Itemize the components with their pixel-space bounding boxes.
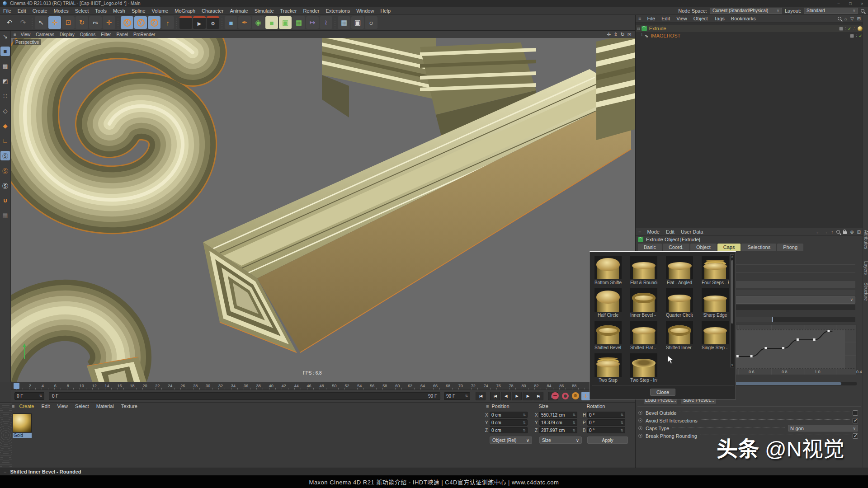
forward-icon[interactable]: → — [823, 230, 828, 235]
viewport-canvas[interactable] — [11, 31, 635, 382]
toolbar-separator[interactable] — [30, 17, 34, 28]
toolbar-separator[interactable] — [116, 17, 120, 28]
size-mode-dropdown[interactable]: Size∨ — [539, 436, 582, 444]
search-icon[interactable] — [861, 9, 864, 13]
toolbar-separator[interactable] — [333, 17, 337, 28]
camera-label[interactable]: Perspective — [13, 39, 41, 45]
close-button[interactable]: Close — [650, 389, 675, 396]
hamburger-icon[interactable]: ≡ — [483, 404, 491, 409]
spinner-arrows-icon[interactable]: ⇅ — [572, 421, 576, 425]
filter-icon[interactable]: ▽ — [850, 16, 854, 21]
spinner-arrows-icon[interactable]: ⇅ — [620, 421, 623, 425]
object-manager-menu-item[interactable]: Tags — [711, 16, 728, 21]
axis-x-lock[interactable]: X — [121, 16, 133, 29]
preset-thumbnail[interactable] — [630, 321, 657, 344]
make-editable-tool[interactable]: ↘ — [0, 32, 10, 41]
menu-item[interactable]: Tools — [92, 8, 110, 14]
undo-icon[interactable]: ↶ — [3, 16, 16, 29]
magnet-tool[interactable]: ∪ — [0, 196, 10, 205]
hamburger-icon[interactable]: ≡ — [11, 32, 18, 37]
attribute-manager-menu-item[interactable]: User Data — [678, 229, 707, 235]
spinner-arrows-icon[interactable]: ⇅ — [523, 428, 526, 432]
spinner-arrows-icon[interactable]: ⇅ — [523, 421, 526, 425]
tab-layers[interactable]: Layers — [863, 261, 868, 275]
preset-tile[interactable]: Shifted Bevel - ... — [594, 321, 622, 350]
toolbar-separator[interactable] — [175, 17, 179, 28]
volume-builder-button[interactable]: ▦ — [292, 16, 305, 29]
hamburger-icon[interactable]: ≡ — [636, 16, 644, 21]
spline-pen-button[interactable]: ✒ — [238, 16, 251, 29]
preset-thumbnail[interactable] — [666, 256, 693, 279]
material-thumbnail-gold[interactable] — [13, 413, 32, 432]
autokey-button[interactable] — [562, 393, 569, 399]
snap-dynamic-tool[interactable]: Ⓢ — [0, 181, 10, 190]
preset-thumbnail[interactable] — [666, 288, 693, 312]
parameter-checkbox[interactable] — [853, 410, 858, 416]
viewport-menu-item[interactable]: Options — [77, 32, 98, 37]
size-input[interactable]: 287.997 cm⇅ — [539, 427, 577, 433]
menu-item[interactable]: MoGraph — [171, 8, 198, 14]
rotation-input[interactable]: 0 °⇅ — [587, 412, 625, 418]
fields-button[interactable]: ↦ — [306, 16, 319, 29]
preset-tile[interactable]: Shifted Flat - ... — [630, 321, 657, 350]
move-tool[interactable]: ✛ — [48, 16, 61, 29]
preset-thumbnail[interactable] — [666, 321, 693, 344]
end-frame-spinner[interactable]: 90 F⇅ — [444, 392, 470, 400]
material-menu-item[interactable]: Material — [93, 404, 118, 409]
current-frame-spinner[interactable]: 0 F⇅ — [14, 392, 44, 400]
animation-dot-icon[interactable] — [638, 426, 642, 430]
snap-3d-tool[interactable]: Ⓢ — [0, 166, 10, 175]
viewport-menu-item[interactable]: Panel — [113, 32, 131, 37]
preset-thumbnail[interactable] — [630, 256, 657, 279]
enable-dots[interactable]: ∶ — [856, 33, 857, 38]
record-position-toggle[interactable]: ✛ — [581, 392, 590, 400]
3d-viewport[interactable]: ≡ ViewCamerasDisplayOptionsFilterPanelPr… — [11, 31, 635, 382]
spinner-arrows-icon[interactable]: ⇅ — [572, 413, 576, 417]
texture-mode-tool[interactable]: ▩ — [0, 61, 10, 71]
home-icon[interactable]: ⌂ — [844, 16, 847, 21]
vp-rotate-icon[interactable]: ↻ — [621, 32, 625, 38]
parameter-checkbox[interactable] — [853, 418, 858, 423]
position-input[interactable]: 0 cm⇅ — [490, 412, 528, 418]
frame-range-slider[interactable]: 0 F90 F — [49, 392, 440, 400]
parameter-checkbox[interactable] — [853, 433, 858, 439]
preset-tile[interactable]: Inner Bevel - ... — [630, 288, 657, 318]
edges-mode-tool[interactable]: ◇ — [0, 106, 10, 116]
menu-item[interactable]: Extensions — [322, 8, 353, 14]
menu-item[interactable]: Simulate — [251, 8, 277, 14]
preset-tile[interactable]: Four Steps - R... — [702, 256, 729, 285]
material-menu-item[interactable]: Create — [15, 404, 38, 409]
last-used-tool[interactable]: ✛ — [103, 16, 115, 29]
node-space-dropdown[interactable]: Current (Standard/Physical)∨ — [710, 8, 782, 14]
visibility-toggle[interactable] — [850, 34, 854, 38]
floor-button[interactable]: ▦ — [338, 16, 350, 29]
up-icon[interactable]: ↑ — [831, 230, 833, 235]
hamburger-icon[interactable]: ≡ — [12, 404, 15, 409]
window-control-button[interactable]: × — [856, 1, 868, 6]
viewport-menu-item[interactable]: Filter — [98, 32, 113, 37]
live-selection-tool[interactable]: ↖ — [35, 16, 47, 29]
object-manager-menu-item[interactable]: View — [673, 16, 690, 21]
preset-tile[interactable]: Sharp Edge — [702, 288, 729, 318]
polygons-mode-tool[interactable]: ◆ — [0, 121, 10, 131]
spinner-arrows-icon[interactable]: ⇅ — [572, 428, 576, 432]
enabled-check-icon[interactable]: ✓ — [859, 33, 863, 38]
hamburger-icon[interactable]: ≡ — [0, 469, 10, 474]
scroll-up-icon[interactable]: ∧ — [731, 255, 733, 258]
preset-tile[interactable]: Shifted Inner ... — [666, 321, 693, 350]
material-menu-item[interactable]: Texture — [118, 404, 141, 409]
rotation-input[interactable]: 0 °⇅ — [587, 427, 625, 433]
position-input[interactable]: 0 cm⇅ — [490, 419, 528, 426]
object-manager-menu-item[interactable]: Edit — [658, 16, 673, 21]
size-input[interactable]: 550.712 cm⇅ — [539, 412, 577, 418]
preset-tile[interactable]: Bottom Shifte... — [594, 256, 622, 285]
record-keyframe-button[interactable] — [552, 392, 559, 399]
menu-item[interactable]: File — [0, 8, 14, 14]
axis-y-lock[interactable]: Y — [134, 16, 147, 29]
material-tag-icon[interactable] — [858, 26, 863, 31]
camera-button[interactable]: ▣ — [351, 16, 364, 29]
popup-scrollbar[interactable]: ∧∨ — [730, 254, 734, 367]
tab-attributes[interactable]: Attributes — [863, 230, 868, 249]
preset-thumbnail[interactable] — [594, 288, 622, 312]
vp-pan-icon[interactable]: ✛ — [607, 32, 611, 38]
